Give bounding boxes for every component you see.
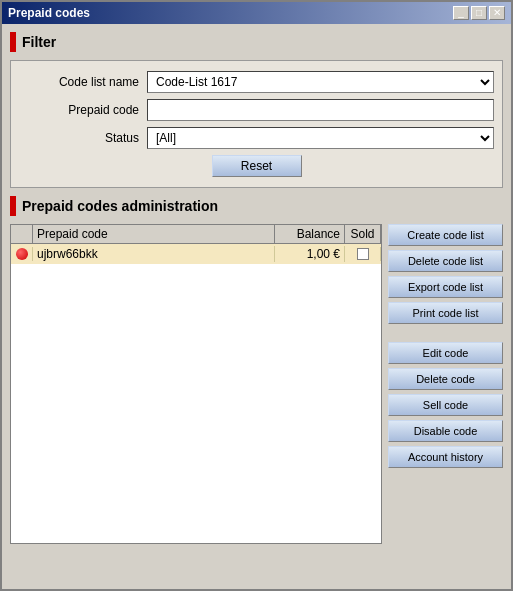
window-controls: _ □ ✕ — [453, 6, 505, 20]
prepaid-code-input[interactable] — [147, 99, 494, 121]
account-history-button[interactable]: Account history — [388, 446, 503, 468]
reset-button[interactable]: Reset — [212, 155, 302, 177]
reset-row: Reset — [19, 155, 494, 177]
administration-title: Prepaid codes administration — [22, 198, 218, 214]
sell-code-button[interactable]: Sell code — [388, 394, 503, 416]
status-select-container: [All] — [147, 127, 494, 149]
prepaid-codes-table: Prepaid code Balance Sold ujbrw66bkk 1,0… — [10, 224, 382, 544]
code-list-name-select[interactable]: Code-List 1617 — [147, 71, 494, 93]
status-label: Status — [19, 131, 139, 145]
table-section: Prepaid code Balance Sold ujbrw66bkk 1,0… — [10, 224, 503, 544]
col-code-header: Prepaid code — [33, 225, 275, 243]
print-code-list-button[interactable]: Print code list — [388, 302, 503, 324]
code-list-name-row: Code list name Code-List 1617 — [19, 71, 494, 93]
delete-code-button[interactable]: Delete code — [388, 368, 503, 390]
row-code-cell: ujbrw66bkk — [33, 246, 275, 262]
export-code-list-button[interactable]: Export code list — [388, 276, 503, 298]
row-balance-cell: 1,00 € — [275, 246, 345, 262]
prepaid-code-row: Prepaid code — [19, 99, 494, 121]
minimize-button[interactable]: _ — [453, 6, 469, 20]
create-code-list-button[interactable]: Create code list — [388, 224, 503, 246]
edit-code-button[interactable]: Edit code — [388, 342, 503, 364]
filter-header: Filter — [10, 32, 503, 52]
window-title: Prepaid codes — [8, 6, 90, 20]
filter-section-bar — [10, 32, 16, 52]
administration-header: Prepaid codes administration — [10, 196, 503, 216]
status-circle-icon — [16, 248, 28, 260]
window-content: Filter Code list name Code-List 1617 Pre… — [2, 24, 511, 589]
table-header: Prepaid code Balance Sold — [11, 225, 381, 244]
table-row[interactable]: ujbrw66bkk 1,00 € — [11, 244, 381, 264]
button-spacer — [388, 328, 503, 338]
code-list-name-select-container: Code-List 1617 — [147, 71, 494, 93]
prepaid-code-label: Prepaid code — [19, 103, 139, 117]
filter-title: Filter — [22, 34, 56, 50]
filter-form: Code list name Code-List 1617 Prepaid co… — [10, 60, 503, 188]
status-select[interactable]: [All] — [147, 127, 494, 149]
filter-section: Filter Code list name Code-List 1617 Pre… — [10, 32, 503, 188]
delete-code-list-button[interactable]: Delete code list — [388, 250, 503, 272]
col-sold-header: Sold — [345, 225, 381, 243]
right-buttons-panel: Create code list Delete code list Export… — [388, 224, 503, 544]
disable-code-button[interactable]: Disable code — [388, 420, 503, 442]
row-sold-cell — [345, 247, 381, 261]
title-bar: Prepaid codes _ □ ✕ — [2, 2, 511, 24]
close-button[interactable]: ✕ — [489, 6, 505, 20]
maximize-button[interactable]: □ — [471, 6, 487, 20]
administration-section: Prepaid codes administration Prepaid cod… — [10, 196, 503, 544]
col-icon-header — [11, 225, 33, 243]
administration-section-bar — [10, 196, 16, 216]
code-list-name-label: Code list name — [19, 75, 139, 89]
col-balance-header: Balance — [275, 225, 345, 243]
main-window: Prepaid codes _ □ ✕ Filter Code list nam… — [0, 0, 513, 591]
row-icon-cell — [11, 247, 33, 261]
sold-checkbox[interactable] — [357, 248, 369, 260]
status-row: Status [All] — [19, 127, 494, 149]
